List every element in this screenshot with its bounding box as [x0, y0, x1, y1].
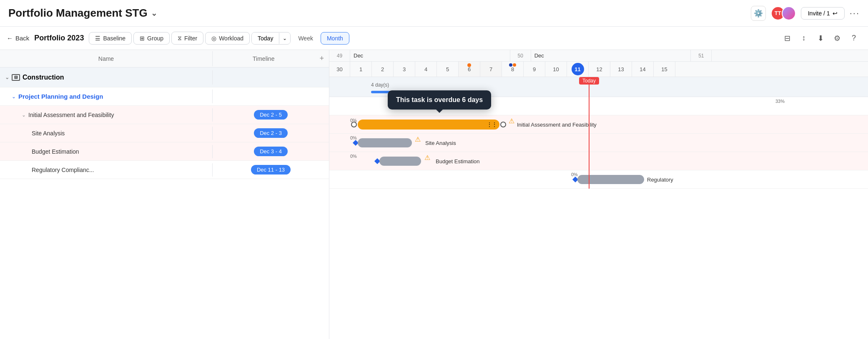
- days-row: 30 1 2 3 4 5 6 7 8 9: [329, 62, 868, 77]
- rc-bar-label: Regulatory: [647, 176, 673, 182]
- be-warning-icon: ⚠: [424, 154, 430, 162]
- rc-bar: [577, 175, 644, 184]
- gantt-row-be: 0% ⚠ Budget Estimation: [329, 152, 868, 170]
- day-3: 3: [394, 62, 415, 77]
- invite-label: Invite / 1: [808, 10, 830, 17]
- day-1: 1: [350, 62, 372, 77]
- group-row-construction: ⌄ ⊟ Construction: [0, 67, 329, 87]
- workload-button[interactable]: ◎ Workload: [205, 32, 250, 45]
- dot-dec6: [467, 63, 471, 67]
- filter-button[interactable]: ⧖ Filter: [171, 32, 203, 45]
- add-column-button[interactable]: +: [314, 50, 329, 67]
- construction-group-icon: ⊟: [12, 74, 20, 81]
- main-content: Name Timeline + ⌄ ⊟ Construction ⌄ Proje…: [0, 50, 868, 339]
- be-name-cell: Budget Estimation: [0, 145, 213, 158]
- task-row-rc: Regulatory Complianc... Dec 11 - 13: [0, 161, 329, 179]
- dec-label-2: Dec: [534, 52, 544, 59]
- ppd-label[interactable]: Project Planning and Design: [18, 93, 103, 100]
- avatar-photo: [782, 6, 796, 20]
- be-bar: [379, 157, 421, 166]
- filter-label: Filter: [184, 35, 197, 42]
- rc-timeline-cell: Dec 11 - 13: [213, 162, 329, 178]
- rc-timeline-badge: Dec 11 - 13: [251, 165, 291, 174]
- more-menu-button[interactable]: ···: [850, 8, 860, 19]
- columns-icon[interactable]: ⊟: [780, 31, 795, 46]
- day-2: 2: [372, 62, 394, 77]
- sa-name-cell: Site Analysis: [0, 127, 213, 140]
- toolbar: ← Back Portfolio 2023 ☰ Baseline ⊞ Group…: [0, 27, 868, 50]
- avatar-group: TT: [771, 6, 796, 20]
- iaf-end-marker: [500, 122, 506, 127]
- today-circle: 11: [572, 63, 584, 75]
- left-panel: Name Timeline + ⌄ ⊟ Construction ⌄ Proje…: [0, 50, 329, 339]
- baseline-label: Baseline: [103, 35, 125, 42]
- iaf-bar-label: Initial Assessment and Feasibility: [517, 121, 597, 127]
- settings-button[interactable]: ⚙️: [751, 6, 766, 21]
- today-banner: Today: [579, 77, 599, 85]
- ppd-collapse-chevron[interactable]: ⌄: [12, 94, 16, 100]
- week-button[interactable]: Week: [292, 32, 319, 44]
- day-9: 9: [524, 62, 545, 77]
- app-title-chevron[interactable]: ⌄: [151, 9, 157, 18]
- be-percent: 0%: [350, 154, 357, 159]
- gantt-row-sa: 0% ⚠ Site Analysis: [329, 134, 868, 152]
- app-title: Portfolio Management STG ⌄: [8, 7, 157, 20]
- rc-name-cell: Regulatory Complianc...: [0, 163, 213, 177]
- baseline-icon: ☰: [95, 35, 100, 42]
- day-14: 14: [632, 62, 654, 77]
- settings-sliders-icon[interactable]: ⚙: [830, 31, 845, 46]
- day-10: 10: [545, 62, 567, 77]
- iaf-timeline-cell: Dec 2 - 5: [213, 107, 329, 123]
- help-icon[interactable]: ?: [846, 31, 861, 46]
- link-icon: ↩: [833, 10, 838, 17]
- subgroup-row-ppd: ⌄ Project Planning and Design: [0, 87, 329, 106]
- day-15: 15: [654, 62, 675, 77]
- rc-label: Regulatory Complianc...: [32, 167, 94, 173]
- month-button[interactable]: Month: [321, 32, 349, 45]
- download-icon[interactable]: ⬇: [813, 31, 828, 46]
- overdue-tooltip: This task is overdue 6 days: [388, 90, 491, 110]
- task-row-iaf: ⌄ Initial Assessment and Feasibility Dec…: [0, 106, 329, 124]
- today-line: Today: [589, 77, 590, 189]
- back-arrow: ←: [7, 35, 13, 42]
- construction-collapse-chevron[interactable]: ⌄: [5, 75, 9, 80]
- today-group: Today ⌄: [251, 32, 291, 45]
- day-12: 12: [589, 62, 610, 77]
- tooltip-text: This task is overdue 6 days: [396, 96, 483, 103]
- gantt-row-rc: 0% Regulatory: [329, 170, 868, 189]
- timeline-column-header: Timeline: [213, 51, 314, 66]
- construction-name-cell: ⌄ ⊟ Construction: [0, 70, 213, 85]
- sa-bar: [358, 138, 412, 147]
- iaf-label: Initial Assessment and Feasibility: [28, 112, 114, 118]
- workload-icon: ◎: [211, 35, 216, 42]
- gantt-row-iaf: 0% ⋮⋮ ⚠ Initial Assessment and Feasibili…: [329, 115, 868, 134]
- today-chevron[interactable]: ⌄: [279, 33, 290, 44]
- dec-label-1: Dec: [354, 52, 363, 59]
- iaf-warning-icon: ⚠: [509, 117, 514, 125]
- iaf-timeline-badge: Dec 2 - 5: [254, 110, 288, 120]
- day-8: 8: [502, 62, 524, 77]
- back-button[interactable]: ← Back: [7, 35, 29, 42]
- invite-button[interactable]: Invite / 1 ↩: [801, 7, 845, 20]
- task-row-be: Budget Estimation Dec 3 - 4: [0, 142, 329, 161]
- day-6: 6: [459, 62, 480, 77]
- workload-label: Workload: [219, 35, 243, 42]
- day-4: 4: [415, 62, 437, 77]
- column-headers: Name Timeline +: [0, 50, 329, 67]
- baseline-button[interactable]: ☰ Baseline: [89, 32, 132, 45]
- iaf-collapse-chevron[interactable]: ⌄: [22, 112, 26, 118]
- day-13: 13: [610, 62, 632, 77]
- day-11-today: 11: [567, 62, 589, 77]
- app-header: Portfolio Management STG ⌄ ⚙️ TT Invite …: [0, 0, 868, 27]
- back-label: Back: [15, 35, 29, 42]
- dots-dec8: [509, 63, 516, 67]
- gantt-header: 49 Dec 50 Dec 51 30: [329, 50, 868, 77]
- iaf-bar: ⋮⋮: [358, 120, 499, 130]
- group-button[interactable]: ⊞ Group: [133, 32, 170, 45]
- be-label: Budget Estimation: [32, 148, 79, 155]
- today-button[interactable]: Today: [252, 32, 279, 44]
- app-title-text: Portfolio Management STG: [8, 7, 148, 20]
- group-icon: ⊞: [140, 35, 145, 42]
- day-5: 5: [437, 62, 459, 77]
- sort-icon[interactable]: ↕: [796, 31, 811, 46]
